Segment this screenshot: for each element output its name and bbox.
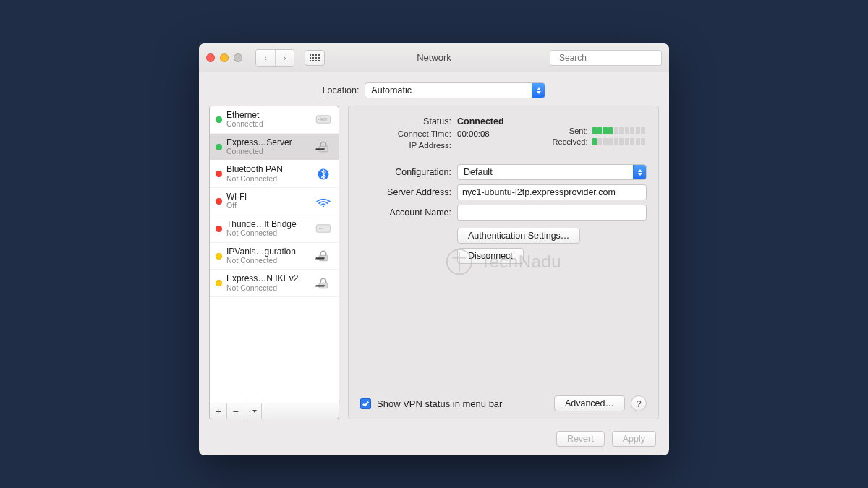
location-value: Automatic	[371, 85, 412, 95]
svg-point-14	[323, 228, 324, 230]
add-service-button[interactable]: +	[210, 403, 227, 419]
ethernet-icon	[314, 111, 333, 127]
svg-point-4	[318, 119, 320, 121]
body: EthernetConnectedExpress…ServerConnected…	[199, 106, 669, 425]
sidebar-item-text: Thunde…lt BridgeNot Connected	[226, 220, 310, 238]
connect-time-value: 00:00:08	[457, 129, 490, 138]
sidebar-item-bluetooth-2[interactable]: Bluetooth PANNot Connected	[210, 160, 339, 188]
thunderbolt-icon	[314, 221, 333, 236]
sent-meter	[592, 127, 646, 134]
connect-time-label: Connect Time:	[360, 129, 451, 138]
sidebar-footer: + −	[209, 403, 339, 419]
location-select[interactable]: Automatic	[365, 82, 545, 98]
sidebar-item-name: Bluetooth PAN	[226, 165, 310, 174]
sidebar-item-wifi-3[interactable]: Wi-FiOff	[210, 188, 339, 215]
show-vpn-status-checkbox[interactable]	[360, 398, 371, 409]
svg-point-6	[321, 119, 323, 121]
show-all-button[interactable]	[305, 50, 325, 66]
sidebar-item-vpn-6[interactable]: Express…N IKEv2Not Connected	[210, 270, 339, 297]
account-name-label: Account Name:	[360, 207, 451, 218]
sidebar-item-text: Bluetooth PANNot Connected	[226, 165, 310, 183]
account-name-input[interactable]	[457, 205, 647, 221]
status-dot-icon	[216, 253, 222, 260]
sidebar-item-sub: Connected	[226, 147, 310, 156]
revert-button[interactable]: Revert	[556, 431, 605, 447]
chevron-updown-icon	[633, 165, 646, 179]
show-vpn-status-label: Show VPN status in menu bar	[377, 398, 502, 409]
sidebar-item-sub: Not Connected	[226, 175, 310, 184]
disconnect-button[interactable]: Disconnect	[457, 248, 524, 264]
location-row: Location: Automatic	[199, 72, 669, 106]
server-address-label: Server Address:	[360, 187, 451, 197]
sidebar-item-sub: Not Connected	[226, 284, 310, 293]
sidebar-item-name: Express…N IKEv2	[226, 274, 310, 283]
sidebar-item-text: Express…N IKEv2Not Connected	[226, 274, 310, 292]
sidebar-item-thunderbolt-4[interactable]: Thunde…lt BridgeNot Connected	[210, 215, 339, 243]
location-label: Location:	[323, 85, 359, 95]
server-address-input[interactable]	[457, 184, 647, 200]
checkmark-icon	[362, 400, 370, 408]
status-dot-icon	[216, 144, 222, 150]
received-meter	[592, 138, 646, 145]
status-dot-icon	[216, 226, 222, 232]
help-button[interactable]: ?	[631, 395, 647, 411]
vpn-icon	[314, 248, 333, 264]
remove-service-button[interactable]: −	[227, 403, 244, 419]
authentication-settings-button[interactable]: Authentication Settings…	[457, 228, 580, 244]
forward-button[interactable]: ›	[275, 50, 294, 66]
sidebar-item-text: Wi-FiOff	[226, 192, 310, 210]
advanced-button[interactable]: Advanced…	[554, 395, 625, 411]
sidebar-item-name: Express…Server	[226, 138, 310, 147]
status-dot-icon	[216, 280, 222, 286]
sent-label: Sent:	[569, 127, 588, 135]
close-icon[interactable]	[206, 53, 215, 62]
chevron-updown-icon	[532, 83, 545, 98]
nav-buttons: ‹ ›	[255, 49, 294, 67]
window-footer: Revert Apply	[199, 425, 669, 455]
status-dot-icon	[216, 198, 222, 205]
service-actions-button[interactable]	[244, 403, 262, 419]
sidebar-item-name: IPVanis…guration	[226, 247, 310, 257]
status-dot-icon	[216, 116, 222, 123]
sidebar-item-ethernet-0[interactable]: EthernetConnected	[210, 106, 339, 134]
svg-point-13	[320, 228, 322, 230]
sidebar-item-name: Wi-Fi	[226, 192, 310, 202]
search-field[interactable]	[550, 50, 662, 66]
svg-rect-18	[315, 285, 325, 286]
search-input[interactable]	[558, 52, 669, 64]
traffic-meters: Sent: Received:	[553, 127, 645, 146]
grid-icon	[310, 54, 320, 61]
sidebar-item-text: Express…ServerConnected	[226, 138, 310, 156]
vpn-icon	[314, 139, 333, 155]
sidebar-item-text: EthernetConnected	[226, 111, 310, 129]
minimize-icon[interactable]	[220, 53, 229, 62]
svg-rect-3	[320, 118, 328, 121]
svg-rect-16	[315, 257, 325, 259]
bluetooth-icon	[314, 166, 333, 182]
sidebar-item-vpn-5[interactable]: IPVanis…gurationNot Connected	[210, 243, 339, 270]
back-button[interactable]: ‹	[256, 50, 275, 66]
apply-button[interactable]: Apply	[612, 431, 656, 447]
configuration-value: Default	[464, 167, 493, 177]
status-dot-icon	[216, 171, 222, 177]
ip-address-label: IP Address:	[360, 141, 451, 150]
sidebar-item-text: IPVanis…gurationNot Connected	[226, 247, 310, 265]
sidebar-item-sub: Not Connected	[226, 257, 310, 265]
traffic-lights	[206, 53, 242, 62]
sidebar: EthernetConnectedExpress…ServerConnected…	[209, 106, 339, 419]
service-list[interactable]: EthernetConnectedExpress…ServerConnected…	[209, 106, 339, 403]
status-value: Connected	[457, 116, 504, 127]
detail-pane: TechNadu Status: Connected Connect Time:…	[348, 106, 659, 419]
titlebar: ‹ › Network	[199, 43, 669, 72]
gear-icon	[249, 407, 250, 416]
sidebar-item-sub: Not Connected	[226, 229, 310, 238]
configuration-select[interactable]: Default	[457, 164, 647, 180]
svg-point-12	[319, 228, 320, 230]
vpn-icon	[314, 275, 333, 291]
sidebar-item-vpn-1[interactable]: Express…ServerConnected	[210, 134, 339, 161]
sidebar-item-sub: Off	[226, 202, 310, 210]
configuration-label: Configuration:	[360, 167, 451, 177]
network-preferences-window: ‹ › Network Location: Automatic Ethernet…	[199, 43, 669, 455]
svg-rect-8	[315, 148, 325, 150]
wifi-icon	[314, 194, 333, 210]
